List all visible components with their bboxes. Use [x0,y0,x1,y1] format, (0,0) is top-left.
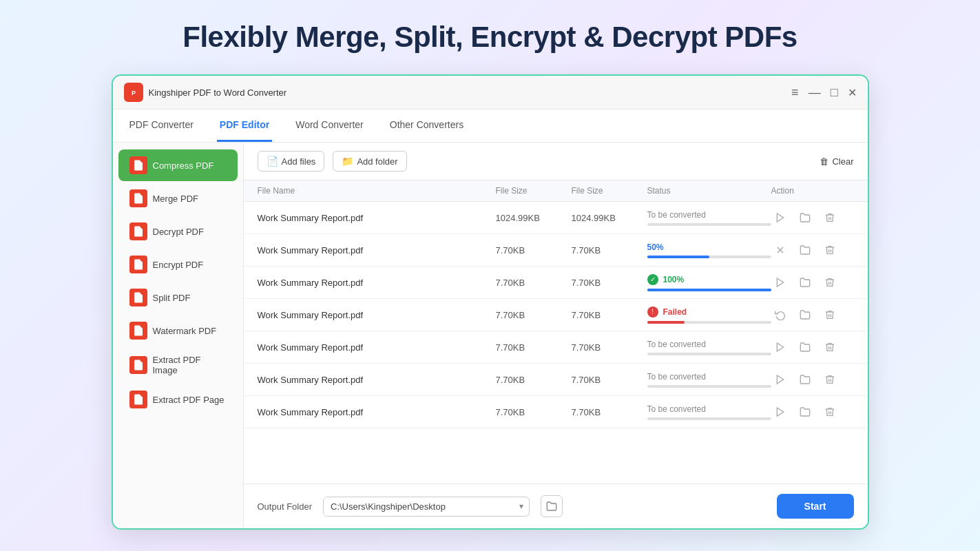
nav-tabs: PDF Converter PDF Editor Word Converter … [113,110,868,143]
progress-bar-bg [647,385,771,388]
action-cell [771,241,854,259]
output-path-input[interactable] [324,497,514,516]
open-folder-button[interactable] [796,371,814,388]
progress-bar-fill [647,321,685,324]
col-header-filesize2: File Size [572,186,647,196]
svg-marker-8 [777,408,783,416]
sidebar-item-decrypt-pdf[interactable]: Decrypt PDF [118,216,238,247]
table-row: Work Summary Report.pdf 7.70KB 7.70KB ! … [244,299,868,331]
clear-button[interactable]: 🗑 Clear [820,156,853,167]
file-size-2: 7.70KB [572,407,647,417]
sidebar-item-watermark-pdf[interactable]: Watermark PDF [118,315,238,346]
delete-button[interactable] [821,273,839,291]
status-cell: To be converted [647,372,771,388]
status-cell: ! Failed [647,306,771,324]
tab-other-converters[interactable]: Other Converters [387,110,466,142]
status-text: To be converted [647,404,771,414]
main-layout: Compress PDF Merge PDF Decrypt PDF Encry… [113,143,868,528]
play-button[interactable] [771,273,789,291]
open-folder-button[interactable] [796,403,814,421]
table-row: Work Summary Report.pdf 7.70KB 7.70KB To… [244,396,868,428]
col-header-filesize1: File Size [496,186,572,196]
status-text: 50% [647,242,771,252]
compress-pdf-icon [129,156,147,174]
toolbar-left: 📄 Add files 📁 Add folder [258,151,407,171]
success-icon: ✓ [647,274,658,285]
clear-label: Clear [832,156,853,167]
failed-icon: ! [647,306,658,318]
open-folder-button[interactable] [796,241,814,259]
open-folder-button[interactable] [796,209,814,227]
tab-word-converter[interactable]: Word Converter [293,110,366,142]
action-cell [771,403,854,421]
tab-pdf-converter[interactable]: PDF Converter [127,110,196,142]
add-files-button[interactable]: 📄 Add files [258,151,325,171]
delete-button[interactable] [821,241,839,259]
sidebar-item-compress-pdf[interactable]: Compress PDF [118,149,238,181]
open-folder-button[interactable] [796,273,814,291]
hamburger-icon[interactable]: ≡ [791,85,799,100]
table-header: File Name File Size File Size Status Act… [244,180,868,202]
title-bar-controls: ≡ — □ ✕ [791,85,856,100]
col-header-status: Status [647,186,771,196]
delete-button[interactable] [821,371,839,388]
file-size-2: 1024.99KB [572,213,647,223]
col-header-filename: File Name [258,186,496,196]
svg-marker-5 [777,278,783,287]
status-cell: 50% [647,242,771,258]
sidebar: Compress PDF Merge PDF Decrypt PDF Encry… [113,143,244,528]
action-cell [771,209,854,227]
file-size-1: 1024.99KB [496,213,572,223]
status-text: 100% [663,275,685,284]
table-row: Work Summary Report.pdf 1024.99KB 1024.9… [244,202,868,234]
minimize-icon[interactable]: — [809,85,821,100]
sidebar-item-merge-pdf[interactable]: Merge PDF [118,183,238,214]
table-row: Work Summary Report.pdf 7.70KB 7.70KB To… [244,331,868,364]
extract-pdf-image-label: Extract PDF Image [153,355,227,375]
play-button[interactable] [771,371,789,388]
output-path-wrapper[interactable]: ▾ [323,497,530,517]
progress-bar-fill [647,256,709,258]
file-name: Work Summary Report.pdf [258,342,496,353]
open-folder-button[interactable] [796,338,814,356]
tab-pdf-editor[interactable]: PDF Editor [217,110,272,142]
play-button[interactable] [771,209,789,227]
watermark-pdf-label: Watermark PDF [153,326,217,336]
progress-bar-bg [647,256,771,258]
progress-bar-bg [647,289,771,291]
delete-button[interactable] [821,403,839,421]
retry-button[interactable] [771,306,789,324]
table-row: Work Summary Report.pdf 7.70KB 7.70KB ✓ … [244,267,868,299]
sidebar-item-encrypt-pdf[interactable]: Encrypt PDF [118,249,238,280]
extract-pdf-image-icon [129,356,147,374]
sidebar-item-extract-pdf-image[interactable]: Extract PDF Image [118,348,238,382]
progress-bar-fill [647,289,771,291]
open-folder-button[interactable] [796,306,814,324]
close-icon[interactable]: ✕ [848,86,857,99]
stop-button[interactable] [771,241,789,259]
play-button[interactable] [771,338,789,356]
delete-button[interactable] [821,209,839,227]
delete-button[interactable] [821,338,839,356]
start-button[interactable]: Start [777,494,854,519]
file-size-1: 7.70KB [496,245,572,256]
status-text: To be converted [647,210,771,220]
maximize-icon[interactable]: □ [831,85,838,100]
browse-folder-button[interactable] [541,495,563,517]
extract-pdf-page-label: Extract PDF Page [153,395,225,405]
table-row: Work Summary Report.pdf 7.70KB 7.70KB To… [244,364,868,396]
file-size-1: 7.70KB [496,310,572,320]
add-files-label: Add files [282,156,316,167]
title-bar-left: P Kingshiper PDF to Word Converter [124,83,287,102]
action-cell [771,273,854,291]
play-button[interactable] [771,403,789,421]
compress-pdf-label: Compress PDF [153,160,214,171]
split-pdf-label: Split PDF [153,293,191,303]
file-name: Work Summary Report.pdf [258,278,496,288]
delete-button[interactable] [821,306,839,324]
encrypt-pdf-label: Encrypt PDF [153,260,204,270]
sidebar-item-split-pdf[interactable]: Split PDF [118,282,238,313]
sidebar-item-extract-pdf-page[interactable]: Extract PDF Page [118,384,238,415]
add-folder-button[interactable]: 📁 Add folder [333,151,406,171]
dropdown-arrow-icon: ▾ [514,497,529,515]
